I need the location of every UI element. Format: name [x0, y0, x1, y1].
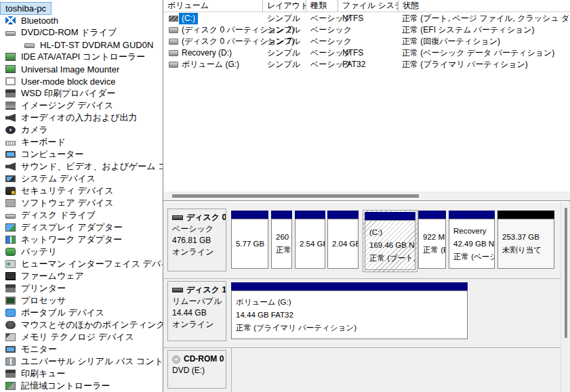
disk-kind: ベーシック: [172, 223, 226, 235]
disk-info-box[interactable]: CD-ROM 0DVD (E:) メディアなし: [167, 350, 226, 389]
disk-row: CD-ROM 0DVD (E:) メディアなし: [163, 347, 561, 392]
audio-icon: [5, 114, 16, 122]
tree-item[interactable]: ソフトウェア デバイス: [0, 197, 114, 209]
disk-state: オンライン: [172, 319, 226, 330]
partition-cell[interactable]: (C:)169.46 GB NTFS正常 (ブート, ペ: [363, 211, 417, 271]
tree-item[interactable]: イメージング デバイス: [0, 100, 113, 112]
vertical-scrollbar[interactable]: [561, 202, 570, 392]
tree-item[interactable]: ネットワーク アダプター: [0, 234, 122, 246]
tree-item[interactable]: サウンド、ビデオ、およびゲーム コントローラー: [0, 160, 163, 173]
volume-filesystem: NTFS: [342, 47, 396, 59]
partition-cell[interactable]: 253.37 GB未割り当て: [497, 211, 554, 269]
column-header-type[interactable]: 種類: [306, 0, 338, 12]
volume-row[interactable]: ボリューム (G:)シンプルベーシックFAT32正常 (プライマリ パーティショ…: [163, 59, 570, 70]
volume-list-pane: ボリューム レイアウト 種類 ファイル システム 状態 (C:)シンプルベーシッ…: [163, 0, 570, 201]
horizontal-scrollbar-thumb[interactable]: [172, 194, 419, 198]
tree-item[interactable]: 記憶域コントローラー: [0, 380, 110, 392]
tree-item[interactable]: ファームウェア: [0, 270, 84, 282]
tree-item[interactable]: システム デバイス: [0, 173, 96, 185]
tree-item[interactable]: メモリ テクノロジ デバイス: [0, 331, 134, 343]
hid-icon: [5, 260, 16, 268]
display-adapter-icon: [5, 223, 16, 232]
disk-info-box[interactable]: ディスク 1リムーバブル14.44 GBオンライン: [167, 281, 226, 341]
printer-icon: [5, 89, 16, 97]
tree-item[interactable]: ユニバーサル シリアル バス コントローラー: [0, 355, 163, 368]
tree-item-label: Universal Image Mounter: [21, 64, 119, 74]
tree-item[interactable]: コンピューター: [0, 148, 84, 160]
tree-item[interactable]: 印刷キュー: [0, 368, 66, 380]
tree-item-label: カメラ: [21, 124, 48, 136]
tree-item[interactable]: User-mode block device: [0, 75, 115, 87]
partition-body: 5.77 GB: [231, 219, 268, 269]
partition-text-line: 260 MB: [276, 231, 291, 244]
volume-icon: [169, 62, 178, 68]
tree-item[interactable]: HL-DT-ST DVDRAM GUD0N: [0, 39, 153, 51]
tree-item[interactable]: Universal Image Mounter: [0, 63, 119, 75]
partition-text-line: 2.54 GB: [300, 238, 324, 251]
tree-item-label: IDE ATA/ATAPI コントローラー: [21, 51, 145, 63]
tree-item[interactable]: ディスプレイ アダプター: [0, 221, 123, 234]
volume-status: 正常 (プライマリ パーティション): [402, 59, 569, 70]
tree-item[interactable]: プリンター: [0, 282, 66, 295]
partition-text-line: (C:): [369, 226, 414, 239]
tree-item[interactable]: ポータブル デバイス: [0, 307, 104, 319]
column-header-status[interactable]: 状態: [399, 0, 570, 12]
tree-item[interactable]: WSD 印刷プロバイダー: [0, 87, 115, 100]
volume-name: (C:): [179, 13, 198, 24]
partition-cell[interactable]: 922 MB正常 (E: [418, 211, 446, 269]
tree-item-label: HL-DT-ST DVDRAM GUD0N: [40, 40, 153, 50]
vertical-scrollbar-thumb[interactable]: [565, 208, 567, 338]
tree-item[interactable]: マウスとそのほかのポインティング デバイス: [0, 319, 163, 331]
keyboard-icon: [5, 141, 16, 146]
disk-size: 14.44 GB: [172, 307, 226, 319]
tree-item[interactable]: ディスク ドライブ: [0, 209, 96, 221]
disk-info-box[interactable]: ディスク 0ベーシック476.81 GBオンライン: [167, 209, 226, 271]
tree-item[interactable]: バッテリ: [0, 246, 57, 258]
partition-cell[interactable]: 2.54 GB: [295, 211, 325, 269]
tree-item[interactable]: IDE ATA/ATAPI コントローラー: [0, 51, 145, 63]
partition-type-stripe: [231, 282, 468, 290]
volume-status: 正常 (ベーシック データ パーティション): [402, 47, 569, 59]
partition-text-line: 169.46 GB NTFS: [369, 239, 414, 252]
tree-item-label: ポータブル デバイス: [21, 307, 104, 319]
volume-row[interactable]: Recovery (D:)シンプルベーシックNTFS正常 (ベーシック データ …: [163, 47, 570, 59]
partition-cell[interactable]: 260 MB正常: [271, 211, 292, 269]
tree-item[interactable]: モニター: [0, 343, 57, 355]
partition-text-line: 14.44 GB FAT32: [236, 309, 466, 322]
column-header-volume[interactable]: ボリューム: [163, 0, 263, 12]
volume-row[interactable]: (C:)シンプルベーシックNTFS正常 (ブート, ページ ファイル, クラッシ…: [163, 13, 570, 24]
volume-row[interactable]: (ディスク 0 パーティション 2)シンプルベーシック正常 (EFI システム …: [163, 24, 570, 36]
tree-item-label: プリンター: [21, 282, 66, 295]
disk-row: ディスク 1リムーバブル14.44 GBオンラインボリューム (G:)14.44…: [163, 278, 561, 345]
partition-cell[interactable]: ボリューム (G:)14.44 GB FAT32正常 (プライマリ パーティショ…: [231, 282, 468, 339]
partition-text-line: 正常 (ブート, ペ: [369, 252, 414, 265]
tree-item-label: サウンド、ビデオ、およびゲーム コントローラー: [21, 160, 163, 173]
partition-cell[interactable]: 2.04 GB: [327, 211, 359, 269]
device-manager-tree: toshiba-pc BluetoothDVD/CD-ROM ドライブHL-DT…: [0, 0, 163, 392]
column-header-filesystem[interactable]: ファイル システム: [338, 0, 399, 12]
tree-root-toshiba-pc[interactable]: toshiba-pc: [0, 2, 52, 15]
column-header-layout[interactable]: レイアウト: [263, 0, 306, 12]
partition-cell[interactable]: 5.77 GB: [231, 211, 268, 269]
tree-item-label: ソフトウェア デバイス: [21, 197, 114, 209]
tree-item-label: ヒューマン インターフェイス デバイス: [21, 258, 163, 270]
disk-management-window: ボリューム レイアウト 種類 ファイル システム 状態 (C:)シンプルベーシッ…: [163, 0, 570, 392]
tree-item[interactable]: Bluetooth: [0, 14, 58, 26]
partition-body: 253.37 GB未割り当て: [497, 219, 554, 269]
tree-item[interactable]: DVD/CD-ROM ドライブ: [0, 26, 117, 39]
volume-icon: [169, 27, 178, 33]
disk-kind: リムーバブル: [172, 296, 226, 307]
volume-status: 正常 (EFI システム パーティション): [402, 24, 569, 36]
disk-drive-icon: [5, 214, 16, 219]
tree-item[interactable]: プロセッサ: [0, 295, 66, 307]
partition-cell[interactable]: Recovery42.49 GB NTFS正常 (ベーシッ: [449, 211, 495, 269]
battery-icon: [5, 248, 16, 256]
tree-item[interactable]: キーボード: [0, 136, 66, 148]
tree-item[interactable]: セキュリティ デバイス: [0, 185, 114, 197]
horizontal-scrollbar[interactable]: [163, 192, 570, 200]
printer-icon: [5, 284, 16, 292]
volume-row[interactable]: (ディスク 0 パーティション 7)シンプルベーシック正常 (回復パーティション…: [163, 36, 570, 47]
tree-item[interactable]: ヒューマン インターフェイス デバイス: [0, 258, 163, 270]
tree-item[interactable]: カメラ: [0, 124, 48, 136]
tree-item[interactable]: オーディオの入力および出力: [0, 112, 137, 124]
